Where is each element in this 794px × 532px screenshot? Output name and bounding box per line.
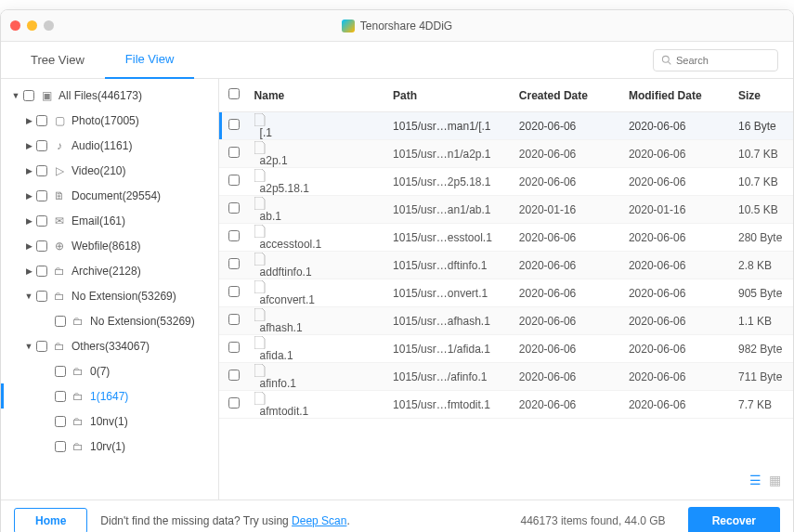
cell-path: 1015/usr…onvert.1	[393, 287, 519, 300]
grid-view-icon[interactable]: ▦	[769, 473, 781, 487]
content-area: ▼▣All Files(446173)▶▢Photo(17005)▶♪Audio…	[1, 79, 793, 500]
sidebar-checkbox[interactable]	[36, 215, 47, 227]
row-checkbox[interactable]	[228, 397, 240, 409]
header-size[interactable]: Size	[738, 89, 793, 102]
sidebar-checkbox[interactable]	[36, 115, 47, 126]
sidebar-item[interactable]: 🗀1(1647)	[1, 383, 218, 409]
file-icon	[254, 280, 394, 293]
sidebar-item[interactable]: 🗀0(7)	[1, 358, 218, 383]
sidebar-item[interactable]: 🗀10rv(1)	[1, 434, 218, 459]
table-row[interactable]: afconvert.11015/usr…onvert.12020-06-0620…	[219, 279, 793, 307]
sidebar-item[interactable]: ▶🗀Archive(2128)	[1, 258, 218, 283]
row-checkbox[interactable]	[228, 258, 240, 269]
home-button[interactable]: Home	[14, 508, 87, 533]
sidebar-checkbox[interactable]	[55, 366, 66, 377]
sidebar-checkbox[interactable]	[55, 391, 66, 402]
row-checkbox[interactable]	[228, 119, 240, 130]
deepscan-link[interactable]: Deep Scan	[292, 514, 346, 527]
sidebar-checkbox[interactable]	[36, 341, 47, 352]
search-input[interactable]	[676, 55, 770, 66]
header-path[interactable]: Path	[393, 89, 519, 102]
video-icon: ▷	[53, 164, 66, 177]
list-view-icon[interactable]: ☰	[749, 473, 761, 487]
chevron-icon[interactable]: ▶	[23, 191, 34, 201]
sidebar-item[interactable]: ▼🗀No Extension(53269)	[1, 283, 218, 308]
cell-name: a2p5.18.1	[260, 182, 309, 195]
sidebar-item[interactable]: ▶⊕Webfile(8618)	[1, 233, 218, 258]
row-checkbox[interactable]	[228, 230, 240, 241]
cell-name: afhash.1	[260, 321, 303, 334]
folder-icon: 🗀	[72, 365, 85, 378]
recover-button[interactable]: Recover	[688, 507, 780, 533]
sidebar-checkbox[interactable]	[55, 441, 66, 452]
sidebar-checkbox[interactable]	[36, 165, 47, 176]
sidebar-checkbox[interactable]	[55, 416, 66, 427]
row-checkbox[interactable]	[228, 342, 240, 353]
sidebar-item[interactable]: ▶▢Photo(17005)	[1, 108, 218, 133]
header-created[interactable]: Created Date	[519, 89, 629, 102]
sidebar-checkbox[interactable]	[36, 240, 47, 252]
table-row[interactable]: afhash.11015/usr…afhash.12020-06-062020-…	[219, 307, 793, 335]
chevron-icon[interactable]: ▶	[23, 141, 34, 150]
sidebar-item[interactable]: ▶▷Video(210)	[1, 158, 218, 183]
cell-created: 2020-06-06	[519, 259, 629, 272]
table-row[interactable]: afinfo.11015/usr…/afinfo.12020-06-062020…	[219, 363, 793, 391]
folder-icon: 🗀	[72, 315, 85, 328]
chevron-icon[interactable]: ▼	[23, 292, 34, 301]
table-row[interactable]: afida.11015/usr…1/afida.12020-06-062020-…	[219, 335, 793, 363]
chevron-icon[interactable]: ▶	[23, 266, 34, 276]
sidebar-item-label: 10rv(1)	[90, 440, 125, 453]
sidebar-checkbox[interactable]	[36, 266, 47, 277]
file-icon	[254, 308, 394, 321]
file-icon	[254, 225, 394, 238]
sidebar-item[interactable]: ▶♪Audio(1161)	[1, 133, 218, 158]
cell-name: [.1	[260, 126, 272, 139]
table-row[interactable]: addftinfo.11015/usr…dftinfo.12020-06-062…	[219, 252, 793, 279]
sidebar-item[interactable]: ▶✉Email(161)	[1, 208, 218, 233]
close-window-button[interactable]	[10, 20, 20, 31]
tab-file-view[interactable]: File View	[105, 42, 195, 79]
cell-created: 2020-06-06	[519, 231, 629, 244]
sidebar-item[interactable]: ▼🗀Others(334067)	[1, 333, 218, 358]
chevron-icon[interactable]: ▼	[10, 91, 21, 100]
sidebar-item-label: 1(1647)	[90, 390, 128, 403]
sidebar-checkbox[interactable]	[36, 291, 47, 302]
row-checkbox[interactable]	[228, 370, 240, 381]
chevron-icon[interactable]: ▶	[23, 241, 34, 251]
table-row[interactable]: [.11015/usr…man1/[.12020-06-062020-06-06…	[219, 112, 793, 140]
cell-created: 2020-06-06	[519, 148, 629, 161]
header-name[interactable]: Name	[254, 89, 394, 102]
sidebar-item-label: No Extension(53269)	[72, 290, 176, 303]
photo-icon: ▢	[53, 114, 66, 127]
select-all-checkbox[interactable]	[228, 88, 240, 99]
sidebar-item[interactable]: 🗀10nv(1)	[1, 409, 218, 434]
table-row[interactable]: a2p.11015/usr…n1/a2p.12020-06-062020-06-…	[219, 140, 793, 168]
row-checkbox[interactable]	[228, 286, 240, 297]
chevron-icon[interactable]: ▶	[23, 216, 34, 226]
chevron-icon[interactable]: ▼	[23, 342, 34, 351]
minimize-window-button[interactable]	[27, 20, 37, 31]
table-row[interactable]: afmtodit.11015/usr…fmtodit.12020-06-0620…	[219, 391, 793, 419]
table-row[interactable]: ab.11015/usr…an1/ab.12020-01-162020-01-1…	[219, 196, 793, 224]
maximize-window-button[interactable]	[44, 20, 54, 31]
sidebar-checkbox[interactable]	[23, 90, 34, 101]
header-modified[interactable]: Modified Date	[629, 89, 738, 102]
sidebar-item[interactable]: ▶🗎Document(29554)	[1, 183, 218, 208]
table-row[interactable]: a2p5.18.11015/usr…2p5.18.12020-06-062020…	[219, 168, 793, 196]
row-checkbox[interactable]	[228, 314, 240, 325]
row-checkbox[interactable]	[228, 147, 240, 158]
sidebar-item[interactable]: 🗀No Extension(53269)	[1, 308, 218, 333]
sidebar-checkbox[interactable]	[36, 140, 47, 151]
sidebar-checkbox[interactable]	[36, 190, 47, 201]
row-checkbox[interactable]	[228, 202, 240, 214]
search-icon	[661, 55, 671, 65]
tab-tree-view[interactable]: Tree View	[10, 42, 105, 79]
chevron-icon[interactable]: ▶	[23, 116, 34, 125]
row-checkbox[interactable]	[228, 175, 240, 186]
sidebar-item[interactable]: ▼▣All Files(446173)	[1, 83, 218, 108]
search-box[interactable]	[653, 49, 778, 71]
chevron-icon[interactable]: ▶	[23, 166, 34, 175]
sidebar-checkbox[interactable]	[55, 316, 66, 327]
table-row[interactable]: accesstool.11015/usr…esstool.12020-06-06…	[219, 224, 793, 252]
file-list: Name Path Created Date Modified Date Siz…	[219, 79, 793, 500]
